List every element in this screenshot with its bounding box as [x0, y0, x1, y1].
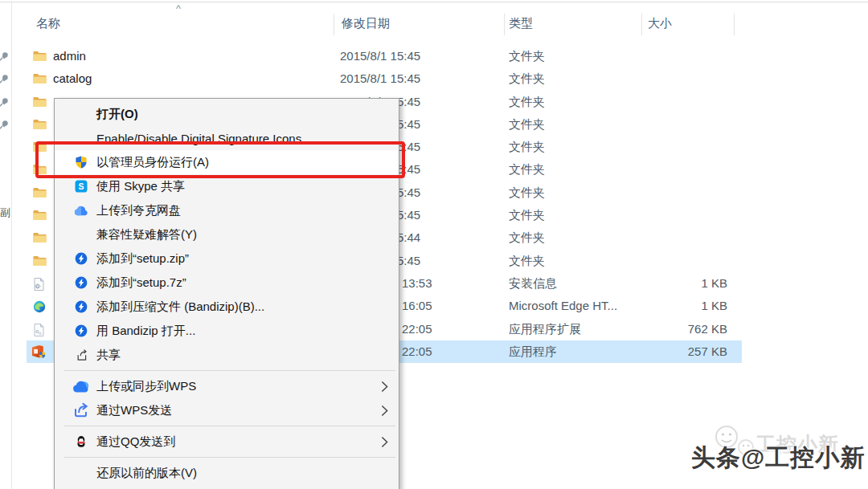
- quark-cloud-icon: [72, 202, 90, 219]
- file-size: [659, 226, 727, 249]
- column-divider[interactable]: [641, 14, 642, 35]
- skype-icon: S: [72, 177, 90, 195]
- file-type: 文件夹: [509, 250, 545, 272]
- qq-icon: [72, 433, 90, 450]
- file-type: 文件夹: [509, 226, 545, 249]
- pushpin-icon: [0, 73, 9, 87]
- file-size: [659, 158, 727, 181]
- watermark-smiley-icon: [710, 424, 760, 461]
- file-size: [659, 67, 727, 90]
- file-size: 762 KB: [659, 318, 727, 340]
- context-menu-item[interactable]: 添加到“setup.7z”: [55, 271, 399, 295]
- wps-cloud-icon: [72, 377, 90, 395]
- file-name: catalog: [53, 67, 92, 90]
- pushpin-icon: [0, 51, 9, 64]
- file-size: 1 KB: [659, 272, 727, 295]
- file-type: 文件夹: [509, 181, 545, 204]
- bandizip-icon: [72, 322, 90, 340]
- annotation-red-box: [35, 141, 405, 178]
- folder-icon: [33, 119, 47, 130]
- folder-icon: [33, 73, 47, 84]
- file-size: [659, 45, 727, 67]
- pushpin-icon: [0, 119, 9, 132]
- app-extension-icon: [33, 324, 45, 336]
- menu-item-icon-placeholder: [72, 226, 90, 243]
- context-menu-item[interactable]: 添加到压缩文件 (Bandizip)(B)...: [55, 295, 399, 319]
- file-type: 文件夹: [509, 158, 545, 181]
- column-divider[interactable]: [504, 14, 505, 35]
- menu-item-icon-placeholder: [72, 105, 90, 123]
- context-menu-item-label: 共享: [96, 348, 121, 363]
- context-menu-item-label: 通过QQ发送到: [96, 434, 175, 450]
- file-date-modified: 2015/8/1 15:45: [340, 67, 420, 90]
- file-type: 文件夹: [509, 45, 545, 67]
- file-type: 文件夹: [509, 136, 545, 158]
- file-type: Microsoft Edge HT...: [509, 295, 617, 317]
- share-icon: [72, 346, 90, 364]
- file-type: 文件夹: [509, 204, 545, 226]
- context-menu-item-label: 兼容性疑难解答(Y): [96, 227, 197, 242]
- context-menu-item[interactable]: 通过WPS发送: [55, 398, 399, 422]
- file-date-modified: 16:05: [402, 295, 432, 317]
- context-menu-item-label: 添加到“setup.zip”: [96, 251, 189, 267]
- column-header-name[interactable]: 名称: [36, 11, 60, 35]
- pushpin-icon: [0, 96, 9, 110]
- context-menu-item[interactable]: 通过QQ发送到: [55, 430, 399, 454]
- column-divider[interactable]: [734, 14, 735, 35]
- setup-info-icon: [33, 278, 45, 291]
- column-header-date-modified[interactable]: 修改日期: [342, 11, 390, 35]
- context-menu-item-label: 还原以前的版本(V): [96, 466, 197, 481]
- submenu-chevron-icon: [381, 405, 388, 417]
- file-date-modified: 22:05: [402, 318, 432, 340]
- file-size: [659, 113, 727, 136]
- context-menu-item-label: 添加到“setup.7z”: [96, 275, 186, 291]
- file-type: 应用程序: [509, 340, 557, 363]
- bandizip-icon: [72, 274, 90, 291]
- folder-icon: [33, 187, 47, 198]
- file-type: 应用程序扩展: [509, 318, 581, 340]
- file-size: [659, 250, 727, 272]
- folder-icon: [33, 232, 47, 243]
- file-date-modified: 13:53: [402, 272, 432, 295]
- file-size: [659, 204, 727, 226]
- file-type: 文件夹: [509, 113, 545, 136]
- context-menu-item-label: 上传或同步到WPS: [96, 379, 196, 394]
- file-row[interactable]: catalog2015/8/1 15:45文件夹: [0, 67, 868, 90]
- context-menu-item[interactable]: 还原以前的版本(V): [55, 461, 399, 485]
- context-menu-item-label: 使用 Skype 共享: [96, 179, 185, 194]
- bandizip-icon: [72, 250, 90, 267]
- watermark-ghost-text: 工控小新: [755, 431, 839, 458]
- column-header-size[interactable]: 大小: [648, 11, 672, 35]
- context-menu-item-label: 添加到压缩文件 (Bandizip)(B)...: [96, 300, 264, 315]
- bandizip-icon: [72, 298, 90, 316]
- file-type: 安装信息: [509, 272, 557, 295]
- context-menu-item[interactable]: 兼容性疑难解答(Y): [55, 222, 399, 247]
- context-menu-separator: [64, 457, 395, 458]
- submenu-chevron-icon: [381, 436, 388, 448]
- context-menu-separator: [64, 370, 395, 371]
- context-menu-item-label: 上传到夸克网盘: [96, 203, 181, 218]
- submenu-chevron-icon: [381, 381, 388, 393]
- context-menu-item-label: 用 Bandizip 打开...: [96, 324, 195, 339]
- folder-icon: [33, 96, 47, 108]
- file-type: 文件夹: [509, 67, 545, 90]
- context-menu-item[interactable]: 上传到夸克网盘: [55, 198, 399, 222]
- watermark-text: 头条@工控小新: [691, 442, 865, 475]
- context-menu-item[interactable]: 上传或同步到WPS: [55, 374, 399, 398]
- column-header-type[interactable]: 类型: [509, 11, 533, 35]
- toolbar-bottom-divider: [0, 2, 868, 2]
- file-row[interactable]: admin2015/8/1 15:45文件夹: [0, 45, 868, 67]
- context-menu-item-label: 通过WPS发送: [96, 403, 172, 418]
- folder-icon: [33, 255, 47, 267]
- wps-send-icon: [72, 401, 90, 419]
- file-size: 1 KB: [659, 295, 727, 317]
- file-type: 文件夹: [509, 91, 545, 113]
- context-menu-item[interactable]: 共享: [55, 343, 399, 367]
- file-explorer-window: 名称 修改日期 类型 大小 ^ admin2015/8/1 15:45文件夹ca…: [0, 0, 868, 489]
- context-menu-item[interactable]: 打开(O): [55, 102, 399, 126]
- file-date-modified: 22:05: [402, 340, 432, 363]
- column-divider[interactable]: [334, 14, 334, 35]
- context-menu-separator: [64, 426, 395, 426]
- context-menu-item[interactable]: 用 Bandizip 打开...: [55, 319, 399, 343]
- context-menu-item[interactable]: 添加到“setup.zip”: [55, 247, 399, 271]
